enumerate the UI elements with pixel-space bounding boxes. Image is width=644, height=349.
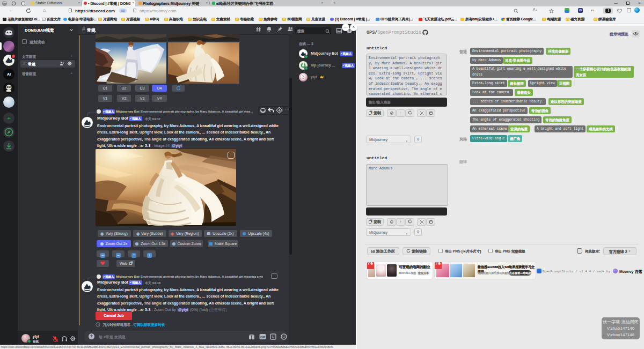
svg-text:GIF: GIF xyxy=(260,336,266,339)
